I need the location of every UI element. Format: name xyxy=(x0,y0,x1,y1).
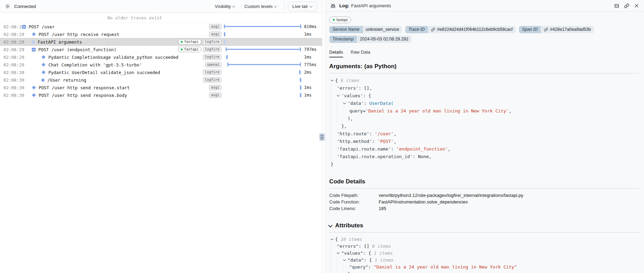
trace-row[interactable]: 02:08:29POST /user http receive requesta… xyxy=(0,30,322,38)
trace-row-badges: asgi xyxy=(209,85,221,90)
trace-row[interactable]: 02:08:29Pydantic CompletionUsage validat… xyxy=(0,53,322,61)
code-details-value: FastAPIInstrumentation.solve_dependencie… xyxy=(379,199,468,205)
trace-row-label: POST /user http receive request xyxy=(39,32,119,37)
span-diamond-icon xyxy=(32,93,36,97)
badge-fastapi: fastapi xyxy=(178,39,201,45)
arguments-heading: Arguments: (as Python) xyxy=(329,63,639,70)
trace-row[interactable]: 02:08:30/User returninglogfire xyxy=(0,76,322,84)
trace-row[interactable]: 02:08:29FastAPI argumentsfastapilogfire xyxy=(0,38,322,46)
indent-guide xyxy=(331,130,337,137)
collapse-toggle-icon[interactable] xyxy=(22,25,26,29)
trace-timeline xyxy=(224,61,302,69)
detail-panel-body: fastapi Service Nameunknown_serviceTrace… xyxy=(325,12,644,273)
trace-row[interactable]: 02:08:29POST /userasgi810ms xyxy=(0,23,322,30)
duration-bar xyxy=(227,64,301,65)
attributes-heading[interactable]: Attributes xyxy=(329,222,639,229)
no-older-traces-notice: No older traces exist xyxy=(0,13,269,23)
attributes-heading-label: Attributes xyxy=(335,222,363,229)
code-segment: 'http.method' xyxy=(337,139,372,144)
collapse-caret-icon[interactable] xyxy=(343,258,346,261)
copy-link-button[interactable] xyxy=(624,3,629,9)
detail-panel-header: Log: FastAPI arguments xyxy=(325,0,644,12)
indent-guide xyxy=(331,84,337,92)
trace-row-label-area: Pydantic CompletionUsage validate_python… xyxy=(22,55,203,60)
trace-row[interactable]: 02:08:29Chat Completion with 'gpt-3.5-tu… xyxy=(0,61,322,69)
code-details-heading: Code Details xyxy=(329,178,639,185)
custom-levels-dropdown[interactable]: Custom levels xyxy=(244,2,278,10)
collapse-caret-icon[interactable] xyxy=(337,251,340,254)
code-segment: UserData( xyxy=(369,101,394,106)
span-diamond-icon xyxy=(41,63,45,66)
metadata-chip-value: #428e17a0ea9ad53b xyxy=(541,26,594,33)
code-segment: 'errors' xyxy=(337,85,359,91)
code-segment: "query" xyxy=(349,264,368,270)
code-line: } xyxy=(331,160,639,168)
status-dot-icon xyxy=(181,41,183,43)
code-segment: , xyxy=(509,108,512,113)
trace-timeline xyxy=(224,91,302,99)
trace-row[interactable]: 02:08:29POST /user (endpoint_function)fa… xyxy=(0,46,322,53)
trace-panel-header: Connected Visibility Custom levels Live … xyxy=(0,0,322,13)
code-segment: : [] xyxy=(359,244,372,249)
code-segment: } xyxy=(348,271,350,273)
code-segment: 'endpoint_function' xyxy=(396,146,448,152)
log-circle-icon xyxy=(32,40,35,44)
collapse-caret-icon[interactable] xyxy=(343,101,346,104)
tab-details[interactable]: Details xyxy=(329,49,343,57)
trace-row-label: POST /user xyxy=(29,24,55,29)
badge-logfire: logfire xyxy=(203,54,221,60)
live-tail-button[interactable]: Live tail xyxy=(288,2,317,11)
indent-guide xyxy=(331,270,337,273)
chevron-down-icon xyxy=(328,223,333,227)
reader-view-button[interactable] xyxy=(614,3,619,9)
code-segment: { xyxy=(335,78,341,83)
collapse-caret-icon[interactable] xyxy=(331,237,333,240)
trace-row[interactable]: 02:08:30Pydantic UserDetail validate_jso… xyxy=(0,69,322,76)
indent-guide xyxy=(331,263,337,270)
trace-row-badges: fastapilogfire xyxy=(178,39,221,45)
log-circle-icon xyxy=(41,79,45,82)
code-segment: : { xyxy=(363,251,374,256)
metadata-chip-span-id[interactable]: Span ID#428e17a0ea9ad53b xyxy=(519,26,594,33)
gear-icon[interactable] xyxy=(5,3,10,9)
code-segment: 'http.route' xyxy=(337,131,369,136)
trace-timestamp: 02:08:30 xyxy=(3,93,21,98)
collapse-caret-icon[interactable] xyxy=(331,79,333,81)
trace-row[interactable]: 02:08:30POST /user http send response.bo… xyxy=(0,91,322,99)
indent-guide xyxy=(331,92,337,99)
duration-label: 1ms xyxy=(302,32,322,37)
duration-tick xyxy=(300,78,301,82)
code-details-label: Code Filepath: xyxy=(329,192,379,199)
arguments-code-block: { 6 items'errors': [],'values': {'data':… xyxy=(329,73,639,172)
duration-label: 2ms xyxy=(302,70,322,75)
code-details-row: Code Filepath:venv/lib/python3.12/site-p… xyxy=(329,192,639,199)
trace-row-badges: fastapilogfire xyxy=(178,47,221,52)
trace-row-label-area: FastAPI arguments xyxy=(22,39,178,45)
metadata-chip-value: #e8224d24d41f064b112c6eb9cb58cacf xyxy=(428,26,516,33)
trace-row-label-area: /User returning xyxy=(22,78,203,83)
collapse-caret-icon[interactable] xyxy=(337,94,340,97)
trace-timestamp: 02:08:29 xyxy=(3,39,21,45)
panel-resize-handle[interactable] xyxy=(319,133,325,141)
code-segment: "data" xyxy=(348,257,364,263)
collapse-toggle-icon[interactable] xyxy=(32,48,36,52)
visibility-dropdown[interactable]: Visibility xyxy=(214,2,236,10)
code-details-row: Code Function:FastAPIInstrumentation.sol… xyxy=(329,199,639,205)
code-line: "values": { 1 items xyxy=(331,249,639,256)
trace-timestamp: 02:08:29 xyxy=(3,55,21,60)
code-details-value: venv/lib/python3.12/site-packages/logfir… xyxy=(379,192,523,199)
link-icon xyxy=(544,27,548,32)
indent-guide xyxy=(331,122,337,130)
code-line: 'fastapi.route.operation_id': None, xyxy=(331,153,639,160)
tab-raw-data[interactable]: Raw Data xyxy=(351,49,370,57)
tag-pill-fastapi[interactable]: fastapi xyxy=(329,17,351,23)
duration-label: 775ms xyxy=(302,62,322,67)
code-details-row: Code Lineno:185 xyxy=(329,205,639,212)
trace-row-label: Pydantic UserDetail validate_json succee… xyxy=(48,70,160,75)
trace-row[interactable]: 02:08:30POST /user http send response.st… xyxy=(0,84,322,91)
metadata-chip-trace-id[interactable]: Trace ID#e8224d24d41f064b112c6eb9cb58cac… xyxy=(405,26,516,33)
trace-timeline xyxy=(224,23,302,30)
indent-guide xyxy=(337,99,343,107)
close-panel-button[interactable] xyxy=(634,3,639,8)
trace-timeline xyxy=(224,84,302,91)
